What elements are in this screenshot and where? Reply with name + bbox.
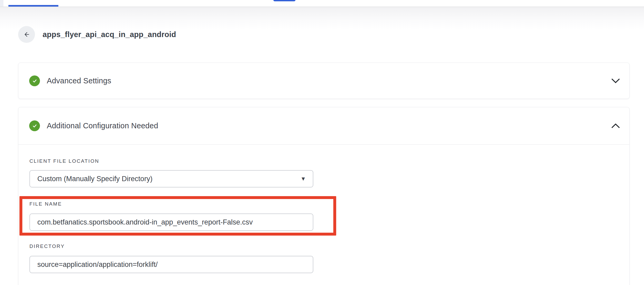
topbar <box>0 0 644 7</box>
section-additional-configuration: Additional Configuration Needed CLIENT F… <box>18 107 630 285</box>
back-button[interactable] <box>18 26 35 43</box>
file-name-label: FILE NAME <box>29 201 62 207</box>
advanced-settings-header[interactable]: Advanced Settings <box>18 63 629 99</box>
client-file-location-value: Custom (Manually Specify Directory) <box>37 175 300 183</box>
check-icon <box>32 78 38 84</box>
active-tab-indicator[interactable] <box>8 5 58 7</box>
arrow-left-icon <box>23 30 30 38</box>
chevron-down-icon <box>611 78 620 84</box>
additional-configuration-body: CLIENT FILE LOCATION Custom (Manually Sp… <box>18 107 629 285</box>
client-file-location-select[interactable]: Custom (Manually Specify Directory) ▼ <box>29 170 313 187</box>
file-name-input[interactable] <box>29 213 313 231</box>
directory-input[interactable] <box>29 256 313 273</box>
page-header: apps_flyer_api_acq_in_app_android <box>18 26 176 43</box>
caret-down-icon: ▼ <box>300 176 306 182</box>
top-center-button-edge[interactable] <box>273 0 295 1</box>
status-complete-icon <box>29 75 40 86</box>
screen: apps_flyer_api_acq_in_app_android Advanc… <box>0 0 644 285</box>
section-title: Advanced Settings <box>47 77 111 85</box>
page-title: apps_flyer_api_acq_in_app_android <box>43 30 176 39</box>
directory-label: DIRECTORY <box>29 243 65 249</box>
left-edge-strip <box>0 0 3 7</box>
section-advanced-settings: Advanced Settings <box>18 63 630 99</box>
client-file-location-label: CLIENT FILE LOCATION <box>29 158 99 164</box>
